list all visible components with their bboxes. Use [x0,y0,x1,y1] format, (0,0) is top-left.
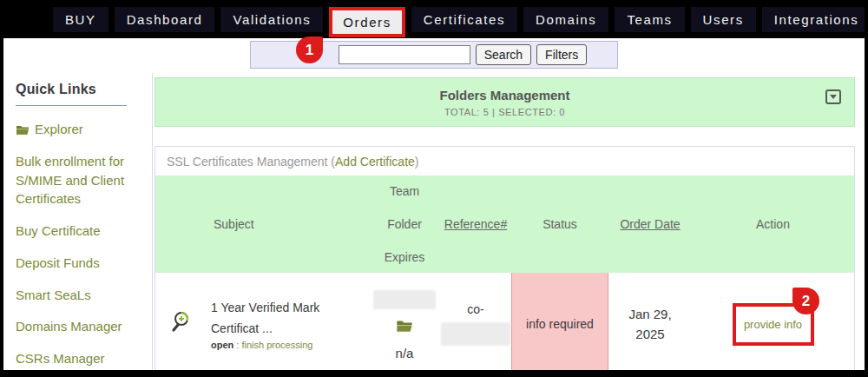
nav-item-certificates[interactable]: Certificates [411,7,517,32]
order-date: Jan 29, 2025 [608,304,692,345]
main-content: Folders Management TOTAL: 5 | SELECTED: … [153,73,865,373]
col-header-team-folder-expires: Team Folder Expires [369,184,440,264]
redacted-team-name [373,290,436,309]
sidebar-item-csrs-manager[interactable]: CSRs Manager [16,349,145,368]
search-row: Search Filters [3,41,865,69]
reference-prefix: co- [467,302,483,316]
redacted-reference [441,322,510,346]
sidebar-item-domains-manager[interactable]: Domains Manager [16,317,145,336]
sidebar-item-label: Explorer [35,122,83,136]
app-window: BUY Dashboard Validations Orders Certifi… [0,0,868,377]
quick-links-sidebar: Quick Links Explorer Bulk enrollment for… [3,73,153,373]
table-title-bar: SSL Certificates Management (Add Certifi… [155,147,854,175]
col-header-team: Team [369,184,440,198]
col-header-status: Status [511,217,608,231]
folders-panel-summary: TOTAL: 5 | SELECTED: 0 [155,107,854,117]
folder-icon[interactable] [396,319,413,336]
certificate-state: open : finish processing [211,340,369,350]
filters-button[interactable]: Filters [536,44,587,65]
nav-item-integrations[interactable]: Integrations [762,7,868,32]
provide-info-link[interactable]: provide info [744,318,802,331]
col-header-expires: Expires [369,250,440,264]
table-title-close-paren: ) [415,155,419,169]
ssl-certificates-table: SSL Certificates Management (Add Certifi… [155,146,855,376]
top-nav: BUY Dashboard Validations Orders Certifi… [3,0,865,38]
annotation-step-1-badge: 1 [296,36,323,63]
annotation-step-2-badge: 2 [792,288,819,314]
nav-item-domains[interactable]: Domains [523,7,608,32]
nav-item-validations[interactable]: Validations [220,7,323,32]
collapse-toggle-button[interactable] [825,89,841,104]
nav-item-teams[interactable]: Teams [615,7,684,32]
search-button[interactable]: Search [476,44,531,65]
status-badge: info required [511,273,608,375]
state-label: open [211,340,233,350]
table-title: SSL Certificates Management ( [167,155,335,169]
search-input[interactable] [339,45,470,64]
table-header-row: Subject Team Folder Expires Reference# S… [155,175,854,273]
nav-item-users[interactable]: Users [691,7,756,32]
table-row: 1 Year Verified Mark Certificat ... open… [155,273,854,375]
col-header-reference-sort[interactable]: Reference# [444,217,507,231]
col-header-folder: Folder [369,217,440,231]
add-certificate-link[interactable]: Add Certificate [335,155,415,169]
col-header-action: Action [692,217,854,231]
folders-panel-title: Folders Management [155,88,854,103]
folder-icon [16,123,30,138]
col-header-subject: Subject [206,217,369,231]
nav-item-dashboard[interactable]: Dashboard [115,7,215,32]
sidebar-divider [16,105,127,106]
chevron-down-icon [830,95,837,99]
nav-item-orders[interactable]: Orders [329,7,404,37]
zoom-details-icon[interactable] [169,310,192,338]
sidebar-item-smart-seals[interactable]: Smart SeaLs [16,286,145,305]
expires-value: n/a [396,346,414,360]
sidebar-item-bulk-enrollment[interactable]: Bulk enrollment for S/MIME and Client Ce… [16,152,145,208]
state-value: finish processing [241,340,312,350]
order-date-line1: Jan 29, [608,304,692,324]
folders-management-panel: Folders Management TOTAL: 5 | SELECTED: … [155,77,855,127]
sidebar-item-deposit-funds[interactable]: Deposit Funds [16,254,145,273]
sidebar-item-explorer[interactable]: Explorer [16,120,145,139]
col-header-order-date-sort[interactable]: Order Date [620,217,680,231]
sidebar-item-buy-certificate[interactable]: Buy Certificate [16,222,145,241]
certificate-subject-link[interactable]: 1 Year Verified Mark Certificat ... [211,298,369,338]
order-date-line2: 2025 [608,324,692,344]
nav-item-buy[interactable]: BUY [53,7,108,32]
sidebar-title: Quick Links [16,82,145,97]
